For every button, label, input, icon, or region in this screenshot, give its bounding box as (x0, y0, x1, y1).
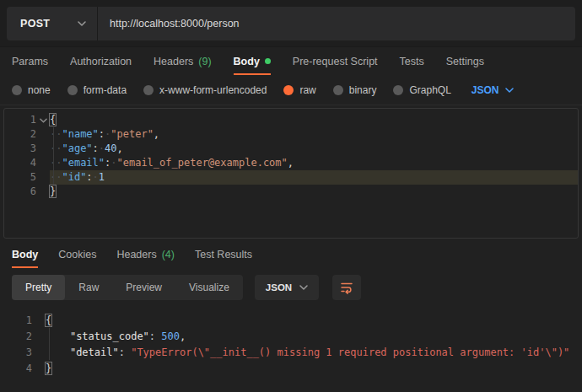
code-line-body: { (50, 113, 578, 127)
wrap-text-button[interactable] (332, 275, 361, 300)
code-text: { (46, 313, 51, 329)
code-line-body: ··"name":·"peter", (50, 127, 578, 142)
token-str: "TypeError(\"__init__() missing 1 requir… (131, 346, 569, 358)
radio-raw[interactable]: raw (283, 84, 315, 96)
token-str: "peter" (110, 128, 154, 140)
request-url-bar: POST http://localhost:8000/person (0, 0, 582, 47)
fold-gutter (36, 142, 50, 156)
radio-icon (143, 85, 154, 95)
radio-none[interactable]: none (12, 84, 51, 96)
view-raw[interactable]: Raw (65, 275, 112, 300)
code-text: { (50, 113, 56, 127)
tab-label: Pre-request Script (293, 56, 378, 67)
radio-graphql[interactable]: GraphQL (393, 84, 450, 96)
radio-form-data[interactable]: form-data (67, 84, 127, 96)
line-number: 2 (4, 127, 36, 142)
request-body-editor[interactable]: 1{2··"name":·"peter",3··"age":·40,4··"em… (3, 108, 579, 239)
code-line[interactable]: 2··"name":·"peter", (4, 127, 578, 142)
fold-gutter (32, 313, 46, 329)
token-key: "name" (62, 128, 98, 140)
tab-response-headers[interactable]: Headers (4) (116, 241, 175, 268)
method-select[interactable]: POST (7, 7, 98, 40)
view-preview[interactable]: Preview (112, 275, 175, 300)
code-line-body: ··"email":·"email_of_peter@example.com", (50, 156, 578, 170)
token-num: 500 (161, 330, 180, 342)
code-line-body: { (46, 313, 582, 329)
code-line-highlighted[interactable]: 5··"id":·1 (4, 170, 578, 185)
chevron-down-icon (505, 88, 514, 93)
fold-gutter (32, 329, 46, 345)
token-ws: · (99, 142, 105, 154)
line-number: 1 (0, 313, 32, 329)
code-line[interactable]: 1{ (4, 113, 578, 127)
tab-label: Test Results (195, 249, 252, 260)
response-language-select[interactable]: JSON (255, 275, 319, 300)
tab-tests[interactable]: Tests (400, 47, 424, 75)
body-type-row: none form-data x-www-form-urlencoded raw… (0, 75, 582, 105)
token-punct: , (180, 330, 186, 342)
tab-authorization[interactable]: Authorization (70, 47, 132, 75)
tab-headers[interactable]: Headers (9) (154, 47, 212, 75)
token-punct: , (117, 142, 123, 154)
token-str: "email_of_peter@example.com" (117, 157, 288, 169)
radio-binary[interactable]: binary (333, 84, 377, 96)
body-modified-dot-icon (265, 58, 271, 64)
line-number: 1 (4, 113, 36, 127)
radio-selected-icon (283, 85, 294, 95)
token-punct: { (50, 114, 56, 126)
code-line[interactable]: 4··"email":·"email_of_peter@example.com"… (4, 156, 578, 170)
code-text: ··"email":·"email_of_peter@example.com", (50, 156, 294, 170)
view-pretty[interactable]: Pretty (12, 275, 65, 300)
code-line[interactable]: 3 "detail": "TypeError(\"__init__() miss… (0, 345, 582, 361)
token-key: "age" (62, 142, 92, 154)
request-tabs: Params Authorization Headers (9) Body Pr… (0, 47, 582, 75)
token-num: 40 (105, 142, 116, 154)
url-input[interactable]: http://localhost:8000/person (98, 7, 575, 40)
tab-body[interactable]: Body (234, 47, 271, 75)
token-ws: ·· (50, 128, 62, 140)
line-number: 3 (0, 345, 32, 361)
code-text: ··"name":·"peter", (50, 127, 159, 142)
token-punct: } (50, 185, 56, 197)
url-group: POST http://localhost:8000/person (7, 7, 575, 40)
radio-label: raw (299, 84, 315, 96)
chevron-down-icon (78, 21, 86, 26)
tab-cookies[interactable]: Cookies (58, 241, 96, 268)
tab-label: Body (12, 249, 38, 260)
token-punct: : (149, 330, 161, 342)
tab-response-body[interactable]: Body (12, 241, 38, 268)
radio-label: binary (349, 84, 377, 96)
tab-label: Cookies (58, 249, 96, 260)
code-line[interactable]: 1{ (0, 313, 582, 329)
fold-gutter (36, 156, 50, 170)
tab-settings[interactable]: Settings (446, 47, 484, 75)
code-text: "status_code": 500, (46, 329, 186, 345)
tab-test-results[interactable]: Test Results (195, 241, 252, 268)
tab-pre-request-script[interactable]: Pre-request Script (293, 47, 378, 75)
radio-icon (12, 85, 22, 95)
token-punct: , (288, 157, 294, 169)
code-line[interactable]: 6} (4, 185, 578, 199)
radio-x-www-form-urlencoded[interactable]: x-www-form-urlencoded (143, 84, 267, 96)
code-line[interactable]: 4} (0, 361, 582, 377)
language-label: JSON (266, 282, 292, 293)
fold-gutter (36, 127, 50, 142)
radio-label: none (28, 84, 51, 96)
response-headers-count-badge: (4) (162, 249, 175, 260)
code-line[interactable]: 2 "status_code": 500, (0, 329, 582, 345)
response-body-viewer[interactable]: 1{2 "status_code": 500,3 "detail": "Type… (0, 307, 582, 392)
view-mode-segmented-control: Pretty Raw Preview Visualize (12, 275, 243, 300)
line-number: 2 (0, 329, 32, 345)
token-ws: · (93, 171, 99, 183)
view-visualize[interactable]: Visualize (175, 275, 243, 300)
body-language-select[interactable]: JSON (472, 84, 514, 96)
fold-chevron-icon[interactable] (36, 113, 50, 127)
code-text: ··"age":·40, (50, 142, 123, 156)
response-view-toolbar: Pretty Raw Preview Visualize JSON (0, 268, 582, 307)
code-line[interactable]: 3··"age":·40, (4, 142, 578, 156)
code-line-body: ··"id":·1 (50, 170, 578, 185)
code-text: } (46, 361, 51, 377)
method-label: POST (20, 18, 50, 30)
tab-params[interactable]: Params (12, 47, 48, 75)
token-punct: : (119, 346, 131, 358)
